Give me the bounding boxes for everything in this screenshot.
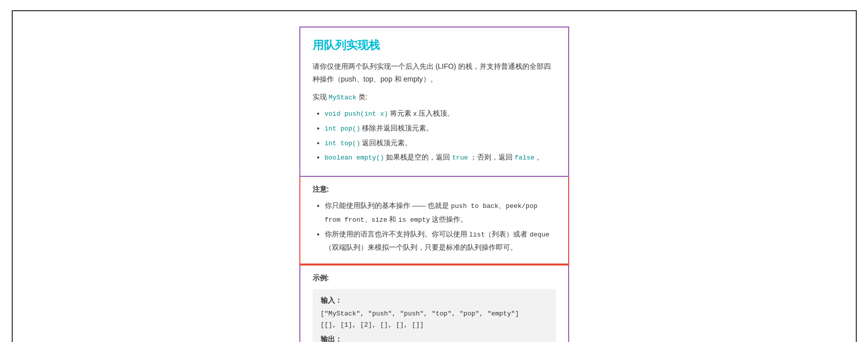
output-label: 输出： [321,335,548,342]
code-block: 输入： ["MyStack", "push", "push", "top", "… [313,289,556,342]
problem-title: 用队列实现栈 [313,38,556,53]
method-top: int top() 返回栈顶元素。 [325,137,556,150]
example-title: 示例: [313,274,556,283]
section-problem: 用队列实现栈 请你仅使用两个队列实现一个后入先出 (LIFO) 的栈，并支持普通… [299,27,569,177]
notice-title: 注意: [313,185,556,194]
outer-container: 用队列实现栈 请你仅使用两个队列实现一个后入先出 (LIFO) 的栈，并支持普通… [12,10,857,342]
input-label: 输入： [321,296,548,305]
notice-item-2: 你所使用的语言也许不支持队列。你可以使用 list（列表）或者 deque（双端… [325,228,556,254]
problem-description: 请你仅使用两个队列实现一个后入先出 (LIFO) 的栈，并支持普通栈的全部四种操… [313,60,556,86]
section-example: 示例: 输入： ["MyStack", "push", "push", "top… [299,265,569,342]
class-subtitle: 实现 MyStack 类: [313,93,556,102]
section-notice: 注意: 你只能使用队列的基本操作 —— 也就是 push to back、pee… [299,177,569,265]
method-push: void push(int x) 将元素 x 压入栈顶。 [325,107,556,121]
content-wrapper: 用队列实现栈 请你仅使用两个队列实现一个后入先出 (LIFO) 的栈，并支持普通… [299,27,569,342]
method-pop: int pop() 移除并返回栈顶元素。 [325,122,556,136]
methods-list: void push(int x) 将元素 x 压入栈顶。 int pop() 移… [313,107,556,165]
input-line2: [[], [1], [2], [], [], []] [321,320,548,331]
notice-list: 你只能使用队列的基本操作 —— 也就是 push to back、peek/po… [313,199,556,254]
notice-item-1: 你只能使用队列的基本操作 —— 也就是 push to back、peek/po… [325,199,556,226]
input-line1: ["MyStack", "push", "push", "top", "pop"… [321,308,548,320]
method-empty: boolean empty() 如果栈是空的，返回 true ；否则，返回 fa… [325,151,556,165]
